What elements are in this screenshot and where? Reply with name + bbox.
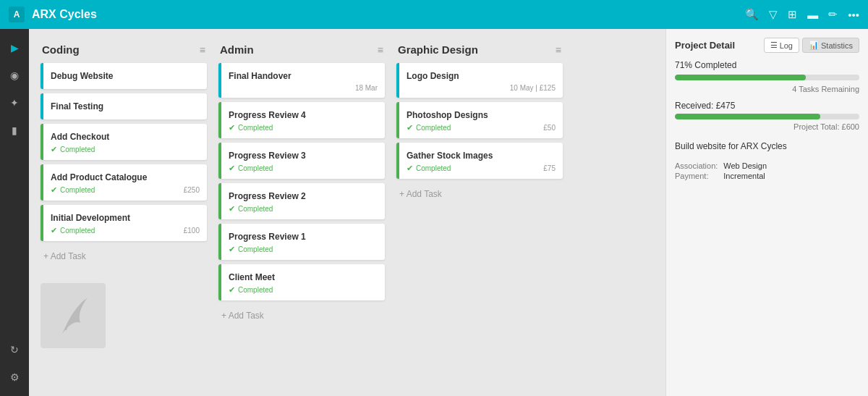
add-task-graphic[interactable]: + Add Task	[396, 183, 563, 205]
task-meta: ✔ Completed £100	[51, 226, 200, 235]
check-icon: ✔	[51, 185, 57, 195]
column-graphic-design-header: Graphic Design ≡	[396, 41, 563, 59]
task-meta: ✔ Completed	[229, 123, 378, 132]
task-title: Progress Review 3	[229, 151, 306, 161]
completed-label: Completed	[416, 124, 451, 132]
column-graphic-design: Graphic Design ≡ Logo Design 10 May | £1…	[396, 41, 563, 384]
task-card[interactable]: Add Checkout ✔ Completed	[41, 124, 207, 160]
layout-icon[interactable]: ⊞	[788, 8, 797, 21]
task-meta: ✔ Completed £50	[407, 123, 556, 132]
check-icon: ✔	[407, 164, 413, 173]
panel-tabs: ☰ Log 📊 Statistics	[764, 38, 859, 53]
task-card[interactable]: Add Product Catalogue ✔ Completed £250	[41, 164, 207, 201]
column-coding-title: Coding	[42, 43, 80, 56]
task-completed: ✔ Completed	[229, 245, 273, 254]
sidebar-item-settings[interactable]: ⚙	[1, 364, 27, 390]
task-meta: 10 May | £125	[407, 84, 556, 92]
task-meta: ✔ Completed	[51, 145, 200, 154]
column-admin-header: Admin ≡	[218, 41, 385, 59]
sidebar-item-star[interactable]: ✦	[1, 90, 27, 116]
progress-bar-fill	[675, 75, 806, 80]
filter-icon[interactable]: ▽	[769, 8, 778, 21]
task-card[interactable]: Photoshop Designs ✔ Completed £50	[396, 102, 563, 138]
app-logo: A	[9, 7, 25, 22]
logo-watermark	[41, 283, 106, 348]
task-card[interactable]: Debug Website	[41, 63, 207, 89]
check-icon: ✔	[407, 123, 413, 132]
add-task-coding[interactable]: + Add Task	[41, 245, 207, 267]
completed-label: Completed	[60, 186, 95, 194]
app-title: ARX Cycles	[32, 8, 738, 21]
task-card[interactable]: Initial Development ✔ Completed £100	[41, 205, 207, 241]
task-card[interactable]: Logo Design 10 May | £125	[396, 63, 563, 98]
task-amount: £250	[184, 186, 200, 194]
column-graphic-design-title: Graphic Design	[398, 43, 478, 56]
column-coding-menu[interactable]: ≡	[200, 44, 205, 56]
column-graphic-design-menu[interactable]: ≡	[556, 44, 561, 56]
task-amount: £50	[543, 124, 556, 132]
task-card[interactable]: Progress Review 2 ✔ Completed	[218, 183, 385, 219]
column-coding: Coding ≡ Debug Website Final Testing Add…	[41, 41, 207, 384]
search-icon[interactable]: 🔍	[745, 8, 759, 21]
sidebar-item-circle[interactable]: ◉	[1, 62, 27, 88]
column-admin-menu[interactable]: ≡	[378, 44, 383, 56]
task-card[interactable]: Progress Review 3 ✔ Completed	[218, 143, 385, 179]
kanban-board: Coding ≡ Debug Website Final Testing Add…	[29, 29, 665, 396]
edit-icon[interactable]: ✏	[828, 8, 838, 21]
task-meta: ✔ Completed £250	[51, 185, 200, 195]
tab-log-label: Log	[780, 41, 793, 50]
panel-header: Project Detail ☰ Log 📊 Statistics	[675, 38, 859, 53]
task-card[interactable]: Progress Review 4 ✔ Completed	[218, 102, 385, 138]
check-icon: ✔	[229, 285, 235, 295]
project-total: Project Total: £600	[675, 122, 859, 131]
check-icon: ✔	[51, 145, 57, 154]
sidebar-bottom: ↻ ⚙	[1, 337, 27, 396]
progress-label: 71% Completed	[675, 60, 859, 70]
add-task-admin[interactable]: + Add Task	[218, 305, 385, 327]
received-bar-fill	[675, 114, 820, 119]
completed-label: Completed	[238, 286, 273, 294]
column-coding-header: Coding ≡	[41, 41, 207, 59]
task-card[interactable]: Client Meet ✔ Completed	[218, 264, 385, 300]
right-panel: Project Detail ☰ Log 📊 Statistics 71% Co…	[665, 29, 868, 396]
camera-icon[interactable]: ▬	[807, 9, 818, 21]
task-title: Client Meet	[229, 272, 275, 282]
check-icon: ✔	[51, 226, 57, 235]
column-admin-title: Admin	[220, 43, 254, 56]
tab-statistics[interactable]: 📊 Statistics	[802, 38, 859, 53]
task-date: 10 May | £125	[510, 84, 556, 92]
sidebar-item-chart[interactable]: ▮	[1, 117, 27, 143]
check-icon: ✔	[229, 164, 235, 173]
task-meta: ✔ Completed	[229, 204, 378, 214]
tab-log[interactable]: ☰ Log	[764, 38, 799, 53]
task-amount: £100	[184, 227, 200, 235]
check-icon: ✔	[229, 204, 235, 214]
task-meta: ✔ Completed	[229, 285, 378, 295]
panel-title: Project Detail	[675, 40, 735, 51]
sidebar-item-refresh[interactable]: ↻	[1, 337, 27, 363]
task-title: Add Product Catalogue	[51, 172, 147, 182]
tasks-remaining: 4 Tasks Remaining	[675, 85, 859, 93]
completed-label: Completed	[238, 205, 273, 213]
task-meta: ✔ Completed £75	[407, 164, 556, 173]
sidebar-item-arrow[interactable]: ▶	[1, 35, 27, 61]
task-meta: ✔ Completed	[229, 164, 378, 173]
task-card[interactable]: Progress Review 1 ✔ Completed	[218, 224, 385, 260]
task-meta: ✔ Completed	[229, 245, 378, 254]
task-completed: ✔ Completed	[229, 123, 273, 132]
task-card[interactable]: Final Handover 18 Mar	[218, 63, 385, 98]
task-card[interactable]: Gather Stock Images ✔ Completed £75	[396, 143, 563, 179]
main-layout: ▶ ◉ ✦ ▮ ↻ ⚙ Coding ≡ Debug Website	[0, 29, 868, 396]
task-title: Logo Design	[407, 71, 459, 81]
task-completed: ✔ Completed	[229, 204, 273, 214]
task-completed: ✔ Completed	[407, 164, 451, 173]
completed-label: Completed	[238, 124, 273, 132]
task-title: Final Testing	[51, 101, 103, 111]
more-icon[interactable]: •••	[848, 9, 859, 21]
task-card[interactable]: Final Testing	[41, 93, 207, 119]
payment-label: Payment:	[675, 172, 718, 180]
task-title: Debug Website	[51, 71, 113, 81]
tab-statistics-label: Statistics	[821, 41, 853, 50]
completed-label: Completed	[416, 164, 451, 172]
task-title: Gather Stock Images	[407, 151, 493, 161]
